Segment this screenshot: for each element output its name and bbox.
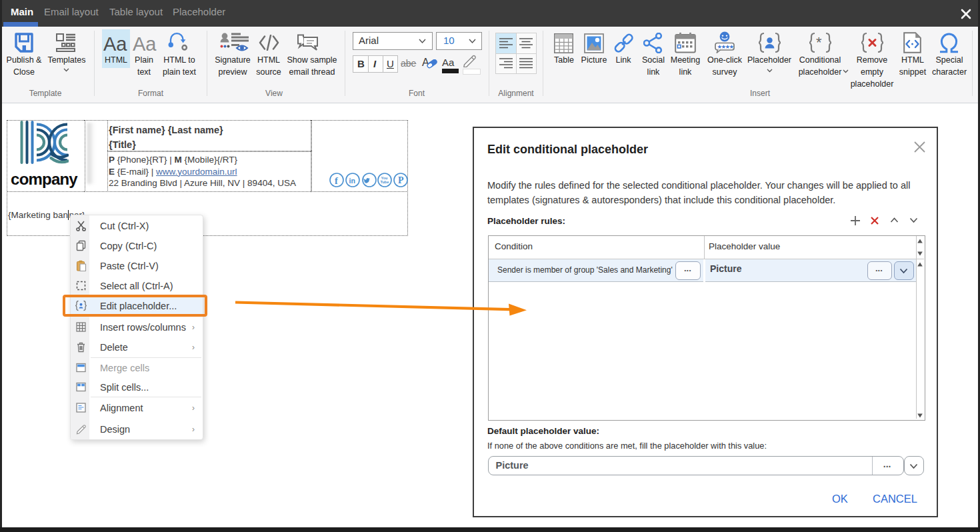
svg-text:in: in (349, 177, 355, 185)
svg-text:f: f (335, 175, 338, 186)
svg-text:P: P (398, 175, 404, 185)
svg-text:*: * (816, 34, 822, 51)
svg-text:Tube: Tube (381, 180, 389, 184)
svg-text:★: ★ (729, 43, 735, 50)
